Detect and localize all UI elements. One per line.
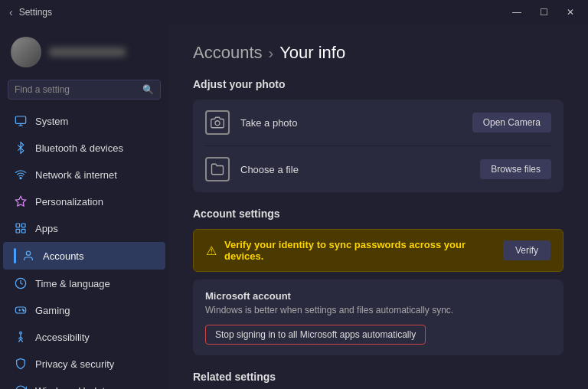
search-input[interactable] [15, 84, 138, 95]
accounts-icon [21, 249, 35, 263]
bluetooth-icon [14, 141, 28, 155]
titlebar-left: ‹ Settings [9, 6, 52, 18]
sidebar-item-label: Time & language [35, 278, 110, 289]
sidebar-item-label: Personalization [35, 196, 103, 208]
svg-point-3 [20, 178, 21, 179]
photo-card: Take a photo Open Camera Choose a file [193, 100, 564, 192]
sidebar-item-label: Windows Update [35, 385, 110, 390]
verify-button[interactable]: Verify [503, 240, 550, 260]
privacy-icon [14, 357, 28, 371]
svg-rect-0 [15, 116, 25, 123]
profile-name [49, 47, 126, 57]
sidebar-item-label: Bluetooth & devices [35, 142, 123, 154]
svg-point-8 [26, 251, 30, 255]
sidebar-item-label: Accounts [43, 250, 83, 262]
sidebar-item-accounts[interactable]: Accounts [3, 242, 165, 270]
sidebar-item-update[interactable]: Windows Update [3, 378, 165, 389]
gaming-icon [14, 303, 28, 317]
take-photo-label: Take a photo [240, 117, 297, 129]
network-icon [14, 168, 28, 181]
svg-rect-6 [16, 229, 20, 233]
choose-file-label: Choose a file [240, 164, 299, 175]
sidebar-item-label: Privacy & security [35, 358, 114, 370]
active-indicator [14, 248, 16, 263]
svg-point-15 [20, 332, 22, 334]
svg-point-16 [215, 121, 220, 126]
sidebar-item-gaming[interactable]: Gaming [3, 297, 165, 323]
main-content: Accounts › Your info Adjust your photo [168, 25, 588, 389]
profile-section [0, 25, 168, 77]
maximize-button[interactable]: ☐ [535, 5, 553, 19]
ms-account-desc: Windows is better when settings and file… [205, 305, 551, 315]
sidebar-item-privacy[interactable]: Privacy & security [3, 351, 165, 377]
sidebar-item-network[interactable]: Network & internet [3, 162, 165, 188]
titlebar-controls: — ☐ ✕ [508, 5, 579, 19]
search-box[interactable]: 🔍 [8, 80, 161, 100]
sidebar-item-apps[interactable]: Apps [3, 215, 165, 241]
svg-rect-7 [21, 229, 25, 233]
photo-section: Adjust your photo Take a photo Open Came… [193, 78, 564, 192]
titlebar: ‹ Settings — ☐ ✕ [0, 0, 588, 25]
ms-account-title: Microsoft account [205, 290, 551, 302]
back-button[interactable]: ‹ [9, 6, 13, 18]
take-photo-option: Take a photo Open Camera [193, 100, 564, 145]
sidebar-item-time[interactable]: Time & language [3, 270, 165, 296]
warning-icon: ⚠ [206, 244, 217, 258]
sidebar-item-label: Accessibility [35, 332, 90, 343]
sidebar-item-bluetooth[interactable]: Bluetooth & devices [3, 135, 165, 161]
update-icon [14, 384, 28, 389]
camera-icon [205, 110, 230, 135]
related-settings-section: Related settings Accounts Manage my acco… [193, 371, 564, 389]
close-button[interactable]: ✕ [562, 5, 579, 19]
svg-point-14 [23, 310, 24, 311]
account-settings-title: Account settings [193, 208, 564, 220]
sidebar: 🔍 SystemBluetooth & devicesNetwork & int… [0, 25, 168, 389]
avatar [11, 37, 41, 67]
apps-icon [14, 221, 28, 235]
account-settings-section: Account settings ⚠ Verify your identity … [193, 208, 564, 355]
breadcrumb-separator: › [269, 44, 274, 62]
sidebar-item-accessibility[interactable]: Accessibility [3, 324, 165, 350]
titlebar-title: Settings [19, 7, 52, 18]
svg-rect-4 [16, 224, 20, 227]
breadcrumb-parent: Accounts [193, 43, 263, 63]
sidebar-item-label: System [35, 116, 68, 127]
open-camera-button[interactable]: Open Camera [472, 113, 551, 132]
photo-section-title: Adjust your photo [193, 78, 564, 90]
minimize-button[interactable]: — [508, 5, 526, 19]
app-body: 🔍 SystemBluetooth & devicesNetwork & int… [0, 25, 588, 389]
choose-file-option: Choose a file Browse files [193, 146, 564, 192]
search-icon: 🔍 [142, 84, 154, 95]
accessibility-icon [14, 330, 28, 344]
stop-signin-button[interactable]: Stop signing in to all Microsoft apps au… [205, 325, 426, 345]
folder-icon [205, 157, 230, 181]
ms-account-card: Microsoft account Windows is better when… [193, 279, 564, 355]
time-icon [14, 276, 28, 290]
system-icon [14, 114, 28, 128]
sidebar-item-label: Gaming [35, 305, 70, 316]
browse-files-button[interactable]: Browse files [480, 159, 551, 179]
svg-rect-5 [21, 224, 25, 227]
related-settings-title: Related settings [193, 371, 564, 383]
breadcrumb-current: Your info [279, 43, 345, 63]
sidebar-item-label: Network & internet [35, 169, 117, 181]
personalization-icon [14, 194, 28, 208]
verify-banner: ⚠ Verify your identity to sync passwords… [193, 229, 564, 272]
breadcrumb: Accounts › Your info [193, 43, 564, 63]
sidebar-item-system[interactable]: System [3, 108, 165, 134]
sidebar-nav: SystemBluetooth & devicesNetwork & inter… [0, 107, 168, 389]
sidebar-item-personalization[interactable]: Personalization [3, 188, 165, 214]
verify-text: Verify your identity to sync passwords a… [224, 239, 503, 262]
sidebar-item-label: Apps [35, 223, 58, 234]
